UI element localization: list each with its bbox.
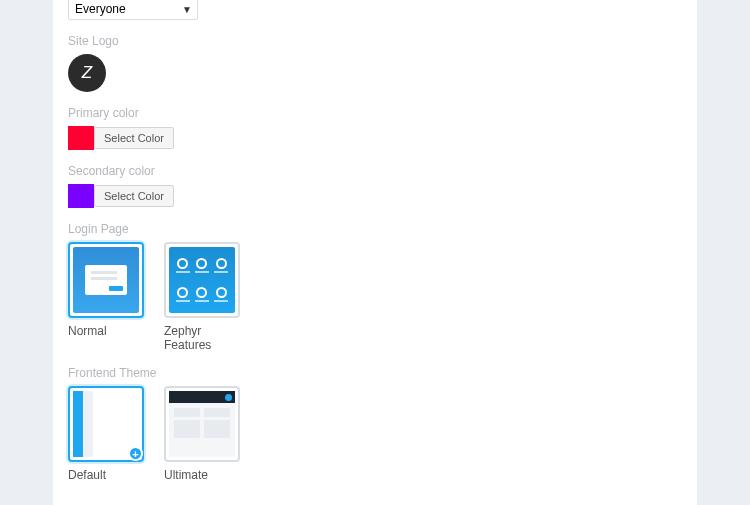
login-page-label: Login Page xyxy=(68,222,682,236)
visibility-select[interactable]: Everyone xyxy=(68,0,198,20)
secondary-color-row: Select Color xyxy=(68,184,682,208)
theme-option-ultimate[interactable] xyxy=(164,386,240,462)
login-option-zephyr-label: Zephyr Features xyxy=(164,324,244,352)
select-secondary-color-button[interactable]: Select Color xyxy=(94,185,174,207)
site-logo[interactable]: Z xyxy=(68,54,106,92)
add-icon: + xyxy=(128,446,143,461)
preview-login-box xyxy=(85,265,127,295)
logo-text: Z xyxy=(82,63,92,83)
login-zephyr-preview xyxy=(169,247,235,313)
settings-panel: Everyone ▼ Site Logo Z Primary color Sel… xyxy=(53,0,697,505)
theme-option-default-label: Default xyxy=(68,468,106,482)
login-page-cards: Normal Zephyr Features xyxy=(68,242,682,352)
primary-color-swatch xyxy=(68,126,94,150)
frontend-theme-cards: + Default Ultimate xyxy=(68,386,682,482)
theme-default-preview xyxy=(73,391,139,457)
primary-color-label: Primary color xyxy=(68,106,682,120)
login-option-normal-label: Normal xyxy=(68,324,107,338)
login-option-normal[interactable] xyxy=(68,242,144,318)
select-primary-color-button[interactable]: Select Color xyxy=(94,127,174,149)
circle-icon xyxy=(225,394,232,401)
secondary-color-swatch xyxy=(68,184,94,208)
theme-option-default[interactable]: + xyxy=(68,386,144,462)
primary-color-row: Select Color xyxy=(68,126,682,150)
theme-option-ultimate-label: Ultimate xyxy=(164,468,208,482)
login-option-zephyr[interactable] xyxy=(164,242,240,318)
site-logo-label: Site Logo xyxy=(68,34,682,48)
visibility-select-wrap: Everyone ▼ xyxy=(68,0,198,20)
theme-ultimate-preview xyxy=(169,391,235,457)
frontend-theme-label: Frontend Theme xyxy=(68,366,682,380)
secondary-color-label: Secondary color xyxy=(68,164,682,178)
login-normal-preview xyxy=(73,247,139,313)
